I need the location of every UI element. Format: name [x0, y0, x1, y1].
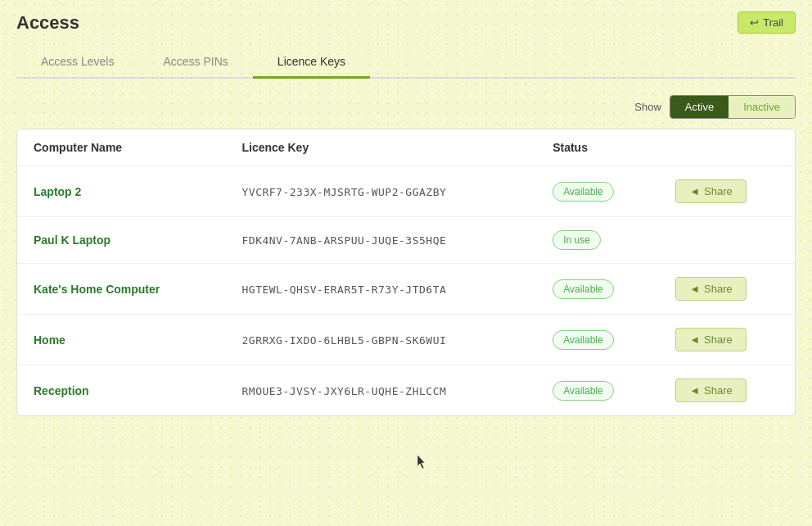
- trail-label: Trail: [763, 16, 783, 29]
- share-icon: ◄: [689, 283, 700, 295]
- tabs: Access Levels Access PINs Licence Keys: [16, 47, 796, 79]
- tab-access-pins[interactable]: Access PINs: [138, 47, 252, 79]
- table-header-row: Computer Name Licence Key Status: [17, 129, 795, 166]
- tab-licence-keys[interactable]: Licence Keys: [253, 47, 370, 79]
- computer-name-3[interactable]: Kate's Home Computer: [34, 283, 160, 296]
- trail-icon: ↩: [750, 16, 759, 29]
- page-container: Access ↩ Trail Access Levels Access PINs…: [0, 0, 812, 428]
- computer-name-4[interactable]: Home: [34, 333, 65, 347]
- show-controls: Show Active Inactive: [16, 95, 796, 119]
- status-badge-5: Available: [553, 381, 613, 401]
- header: Access ↩ Trail: [16, 11, 796, 34]
- share-button-5[interactable]: ◄ Share: [675, 379, 747, 402]
- toggle-inactive[interactable]: Inactive: [729, 96, 795, 118]
- licence-key-4: 2GRRXG-IXDO-6LHBL5-GBPN-SK6WUI: [241, 334, 446, 347]
- table-container: Computer Name Licence Key Status Laptop …: [16, 129, 796, 416]
- licence-key-1: YVCRF7-233X-MJSRTG-WUP2-GGAZBY: [241, 186, 446, 198]
- trail-button[interactable]: ↩ Trail: [738, 11, 796, 34]
- share-icon: ◄: [689, 185, 700, 197]
- col-header-licence-key: Licence Key: [225, 129, 536, 166]
- share-button-3[interactable]: ◄ Share: [675, 277, 747, 301]
- toggle-active[interactable]: Active: [670, 96, 729, 118]
- status-badge-4: Available: [553, 330, 613, 350]
- computer-name-2[interactable]: Paul K Laptop: [34, 234, 111, 247]
- status-badge-2: In use: [553, 230, 601, 250]
- toggle-group: Active Inactive: [670, 95, 796, 119]
- status-badge-3: Available: [553, 279, 613, 299]
- share-button-1[interactable]: ◄ Share: [675, 179, 747, 203]
- data-table: Computer Name Licence Key Status Laptop …: [17, 129, 795, 415]
- licence-key-2: FDK4NV-7ANB-ARSPUU-JUQE-3S5HQE: [241, 234, 446, 247]
- share-icon: ◄: [689, 384, 700, 397]
- table-row: Paul K LaptopFDK4NV-7ANB-ARSPUU-JUQE-3S5…: [17, 217, 795, 264]
- licence-key-5: RMOUE3-JVSY-JXY6LR-UQHE-ZHLCCM: [241, 385, 446, 397]
- share-icon: ◄: [689, 333, 700, 346]
- computer-name-1[interactable]: Laptop 2: [34, 185, 81, 198]
- status-badge-1: Available: [553, 182, 613, 202]
- cursor: [417, 455, 427, 469]
- show-label: Show: [634, 101, 661, 113]
- tab-access-levels[interactable]: Access Levels: [16, 47, 138, 79]
- col-header-computer-name: Computer Name: [17, 129, 225, 166]
- table-row: ReceptionRMOUE3-JVSY-JXY6LR-UQHE-ZHLCCMA…: [17, 365, 795, 416]
- table-row: Home2GRRXG-IXDO-6LHBL5-GBPN-SK6WUIAvaila…: [17, 315, 795, 365]
- computer-name-5[interactable]: Reception: [34, 384, 89, 397]
- col-header-status: Status: [536, 129, 659, 166]
- col-header-action: [659, 129, 795, 166]
- share-button-4[interactable]: ◄ Share: [675, 328, 747, 351]
- licence-key-3: HGTEWL-QHSV-ERAR5T-R73Y-JTD6TA: [241, 283, 446, 296]
- table-row: Kate's Home ComputerHGTEWL-QHSV-ERAR5T-R…: [17, 264, 795, 315]
- table-row: Laptop 2YVCRF7-233X-MJSRTG-WUP2-GGAZBYAv…: [17, 166, 795, 217]
- page-title: Access: [16, 12, 79, 34]
